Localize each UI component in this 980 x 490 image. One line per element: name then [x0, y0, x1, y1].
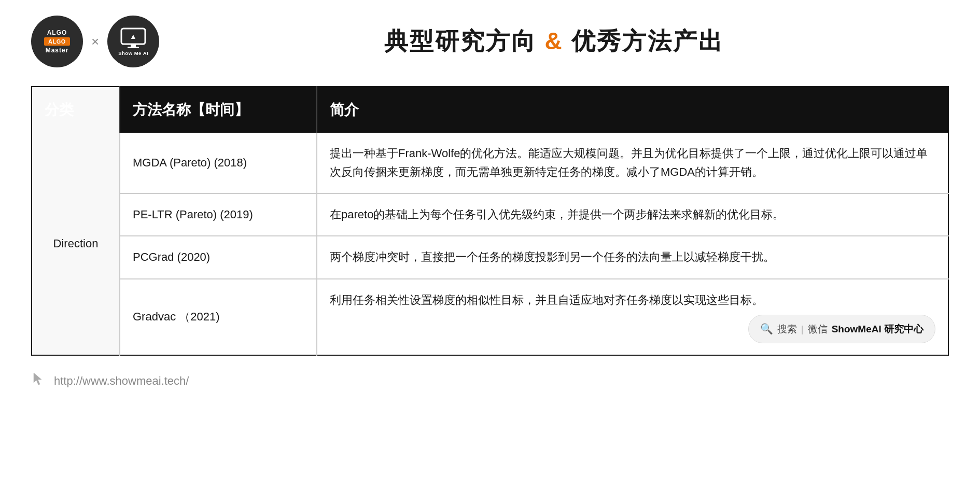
method-cell-3: Gradvac （2021) — [120, 279, 317, 355]
logo-area: ALGO ALGO Master × ▲ Show Me AI — [31, 16, 159, 67]
method-cell-2: PCGrad (2020) — [120, 236, 317, 278]
table-row: Direction MGDA (Pareto) (2018) 提出一种基于Fra… — [32, 133, 948, 194]
svg-text:▲: ▲ — [130, 32, 137, 40]
table-header: 分类 方法名称【时间】 简介 — [32, 87, 948, 133]
desc-cell-2: 两个梯度冲突时，直接把一个任务的梯度投影到另一个任务的法向量上以减轻梯度干扰。 — [317, 236, 948, 278]
table-row: PE-LTR (Pareto) (2019) 在pareto的基础上为每个任务引… — [32, 193, 948, 236]
title-part1: 典型研究方向 — [384, 27, 537, 54]
page-title: 典型研究方向 & 优秀方法产出 — [159, 25, 949, 58]
col-desc-header: 简介 — [317, 87, 948, 133]
col-method-header: 方法名称【时间】 — [120, 87, 317, 133]
method-cell-1: PE-LTR (Pareto) (2019) — [120, 193, 317, 236]
monitor-icon: ▲ — [120, 27, 146, 48]
desc-cell-3: 利用任务相关性设置梯度的相似性目标，并且自适应地对齐任务梯度以实现这些目标。 🔍… — [317, 279, 948, 355]
footer: http://www.showmeai.tech/ — [31, 371, 949, 390]
cursor-svg — [31, 371, 47, 387]
table-row: PCGrad (2020) 两个梯度冲突时，直接把一个任务的梯度投影到另一个任务… — [32, 236, 948, 278]
table-body: Direction MGDA (Pareto) (2018) 提出一种基于Fra… — [32, 133, 948, 355]
svg-rect-2 — [131, 44, 136, 47]
cursor-icon — [31, 371, 47, 390]
page-wrapper: ALGO ALGO Master × ▲ Show Me AI — [0, 0, 980, 490]
desc-text-3: 利用任务相关性设置梯度的相似性目标，并且自适应地对齐任务梯度以实现这些目标。 — [330, 293, 763, 306]
svg-rect-3 — [128, 47, 139, 48]
title-ampersand: & — [537, 27, 572, 54]
master-label: Master — [46, 47, 69, 54]
showmeai-label: Show Me AI — [118, 50, 148, 56]
algo-orange: ALGO — [44, 37, 70, 46]
main-table: 分类 方法名称【时间】 简介 Direction MGDA (Pareto) (… — [31, 86, 949, 356]
desc-cell-0: 提出一种基于Frank-Wolfe的优化方法。能适应大规模问题。并且为优化目标提… — [317, 133, 948, 194]
wechat-brand: ShowMeAI 研究中心 — [832, 321, 923, 337]
desc-cell-1: 在pareto的基础上为每个任务引入优先级约束，并提供一个两步解法来求解新的优化… — [317, 193, 948, 236]
search-icon: 🔍 — [760, 320, 773, 338]
header-row: 分类 方法名称【时间】 简介 — [32, 87, 948, 133]
search-placeholder: 搜索 — [777, 321, 797, 337]
wechat-label: 微信 — [808, 321, 828, 337]
header: ALGO ALGO Master × ▲ Show Me AI — [31, 16, 949, 67]
algo-master-logo: ALGO ALGO Master — [31, 16, 83, 67]
algo-top: ALGO — [47, 29, 67, 36]
x-separator: × — [91, 34, 99, 50]
col-category-header: 分类 — [32, 87, 120, 133]
title-part2: 优秀方法产出 — [571, 27, 724, 54]
search-divider: | — [801, 321, 804, 337]
table-row: Gradvac （2021) 利用任务相关性设置梯度的相似性目标，并且自适应地对… — [32, 279, 948, 355]
footer-url: http://www.showmeai.tech/ — [54, 374, 189, 388]
category-cell: Direction — [32, 133, 120, 355]
method-cell-0: MGDA (Pareto) (2018) — [120, 133, 317, 194]
showmeai-logo: ▲ Show Me AI — [107, 16, 159, 67]
wechat-search-pill[interactable]: 🔍 搜索 | 微信 ShowMeAI 研究中心 — [748, 315, 935, 343]
